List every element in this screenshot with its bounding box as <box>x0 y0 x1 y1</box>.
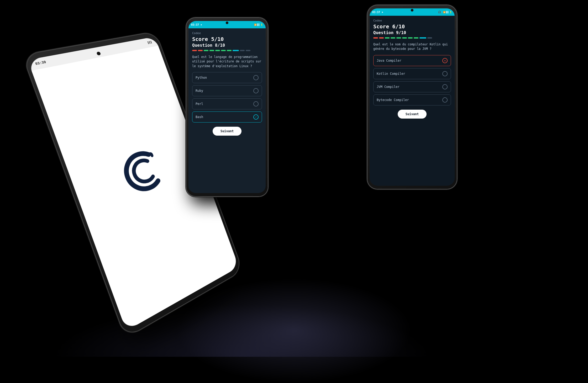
r-progress-dot-9 <box>419 37 426 39</box>
r-option-bytecode[interactable]: Bytecode Compiler <box>373 94 451 105</box>
progress-dot-10 <box>246 50 250 51</box>
phone-right-progress <box>373 37 451 39</box>
r-option-jvm[interactable]: JVM Compiler <box>373 81 451 92</box>
phone-middle-progress <box>192 50 262 51</box>
r-option-jvm-circle <box>442 84 448 89</box>
r-option-kotlin-circle <box>442 71 448 76</box>
progress-dot-5 <box>215 50 220 51</box>
progress-dot-4 <box>209 50 214 51</box>
background-glow <box>176 278 412 383</box>
progress-dot-1 <box>192 50 197 51</box>
suivant-container-right: Suivant <box>373 108 451 119</box>
phone-middle-camera <box>226 22 228 24</box>
phone-middle-score: Score 5/10 <box>192 36 262 42</box>
option-perl-circle <box>253 101 259 107</box>
option-perl-label: Perl <box>196 102 203 106</box>
r-option-kotlin[interactable]: Kotlin Compiler <box>373 68 451 79</box>
r-progress-dot-8 <box>414 37 418 39</box>
option-bash-label: Bash <box>196 115 203 119</box>
r-option-bytecode-circle <box>442 97 448 103</box>
r-progress-dot-7 <box>408 37 413 39</box>
phone-right: 03:37 ▪ 🎧☾📶▌▌🔋 Codee Score 6/10 Question… <box>368 5 457 189</box>
phone-right-status-icons: 🎧☾📶▌▌🔋 <box>438 11 452 13</box>
phone-middle-status-icons: 📶▌▌🔋 <box>254 24 263 26</box>
r-progress-dot-10 <box>427 37 432 39</box>
progress-dot-2 <box>198 50 203 51</box>
phone-middle-screen: 03:37 ▪ 📶▌▌🔋 Codee Score 5/10 Question 8… <box>188 21 266 193</box>
option-python[interactable]: Python <box>192 72 262 83</box>
phone-right-camera <box>411 9 413 12</box>
option-python-label: Python <box>196 76 207 79</box>
suivant-button-right[interactable]: Suivant <box>398 110 427 119</box>
progress-dot-8 <box>233 50 239 51</box>
r-progress-dot-3 <box>385 37 390 39</box>
phone-right-brand: Codee <box>373 19 451 22</box>
r-progress-dot-6 <box>402 37 407 39</box>
phone-left-time: 03:39 <box>35 60 47 66</box>
option-python-circle <box>253 75 259 80</box>
phone-right-content: Codee Score 6/10 Question 9/10 <box>370 16 455 122</box>
phone-middle-brand: Codee <box>192 31 262 35</box>
phone-middle-content: Codee Score 5/10 Question 8/10 <box>188 28 266 139</box>
progress-dot-9 <box>240 50 245 51</box>
progress-dot-7 <box>227 50 232 51</box>
option-ruby-circle <box>253 88 259 93</box>
option-bash[interactable]: Bash ✓ <box>192 111 262 123</box>
r-progress-dot-2 <box>379 37 384 39</box>
r-option-java-circle: ✕ <box>442 58 448 63</box>
option-ruby[interactable]: Ruby <box>192 85 262 96</box>
phone-right-question-text: Quel est le nom du compilateur Kotlin qu… <box>373 42 451 51</box>
option-bash-circle: ✓ <box>253 114 259 120</box>
codee-logo-icon <box>111 143 170 203</box>
phone-middle-question-text: Quel est le langage de programmation uti… <box>192 55 262 68</box>
suivant-button-middle[interactable]: Suivant <box>213 127 242 136</box>
phone-middle-question-num: Question 8/10 <box>192 43 262 48</box>
option-perl[interactable]: Perl <box>192 98 262 109</box>
phone-right-screen: 03:37 ▪ 🎧☾📶▌▌🔋 Codee Score 6/10 Question… <box>370 8 455 186</box>
ground-shadow <box>52 304 430 357</box>
r-option-bytecode-label: Bytecode Compiler <box>377 98 409 102</box>
suivant-container-middle: Suivant <box>192 125 262 136</box>
r-option-java-label: Java Compiler <box>377 59 401 62</box>
phone-right-question-num: Question 9/10 <box>373 30 451 35</box>
option-ruby-label: Ruby <box>196 89 203 93</box>
phone-right-time: 03:37 <box>372 11 380 14</box>
progress-dot-3 <box>204 50 208 51</box>
r-progress-dot-4 <box>391 37 395 39</box>
phone-right-score: Score 6/10 <box>373 23 451 30</box>
r-progress-dot-1 <box>373 37 378 39</box>
phone-middle-time: 03:37 <box>191 23 199 26</box>
r-option-jvm-label: JVM Compiler <box>377 85 400 89</box>
r-option-java[interactable]: Java Compiler ✕ <box>373 55 451 66</box>
phone-middle: 03:37 ▪ 📶▌▌🔋 Codee Score 5/10 Question 8… <box>186 18 268 196</box>
progress-dot-6 <box>221 50 226 51</box>
r-option-kotlin-label: Kotlin Compiler <box>377 72 405 76</box>
r-progress-dot-5 <box>396 37 401 39</box>
